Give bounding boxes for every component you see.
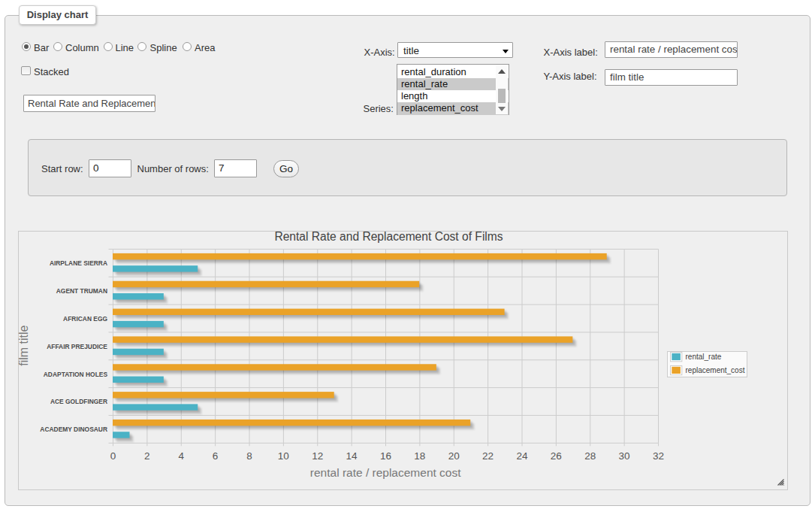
svg-text:6: 6 [213, 450, 219, 462]
svg-text:Rental Rate and Replacement Co: Rental Rate and Replacement Cost of Film… [274, 231, 503, 243]
svg-text:0: 0 [110, 450, 116, 462]
svg-text:film title: film title [18, 325, 30, 365]
svg-text:8: 8 [246, 450, 252, 462]
svg-text:26: 26 [551, 450, 562, 462]
svg-text:30: 30 [619, 450, 630, 462]
svg-text:10: 10 [278, 450, 289, 462]
svg-text:32: 32 [653, 450, 664, 462]
svg-text:rental_rate: rental_rate [686, 353, 722, 361]
svg-text:ACE GOLDFINGER: ACE GOLDFINGER [50, 397, 107, 405]
svg-text:AIRPLANE SIERRA: AIRPLANE SIERRA [50, 259, 107, 267]
svg-text:replacement_cost: replacement_cost [686, 366, 745, 374]
svg-text:28: 28 [584, 450, 596, 462]
svg-text:AGENT TRUMAN: AGENT TRUMAN [56, 286, 107, 295]
svg-text:14: 14 [346, 450, 358, 462]
svg-text:rental rate / replacement cost: rental rate / replacement cost [310, 466, 461, 479]
svg-text:AFRICAN EGG: AFRICAN EGG [63, 314, 107, 323]
svg-text:16: 16 [380, 450, 391, 462]
svg-text:4: 4 [178, 450, 184, 462]
svg-text:2: 2 [144, 450, 150, 462]
svg-text:24: 24 [516, 450, 528, 462]
svg-text:12: 12 [312, 450, 323, 462]
svg-text:20: 20 [448, 450, 460, 462]
svg-text:ACADEMY DINOSAUR: ACADEMY DINOSAUR [40, 425, 107, 433]
svg-text:AFFAIR PREJUDICE: AFFAIR PREJUDICE [47, 342, 107, 350]
svg-text:ADAPTATION HOLES: ADAPTATION HOLES [44, 370, 107, 378]
svg-text:18: 18 [414, 450, 425, 462]
svg-text:22: 22 [482, 450, 494, 462]
